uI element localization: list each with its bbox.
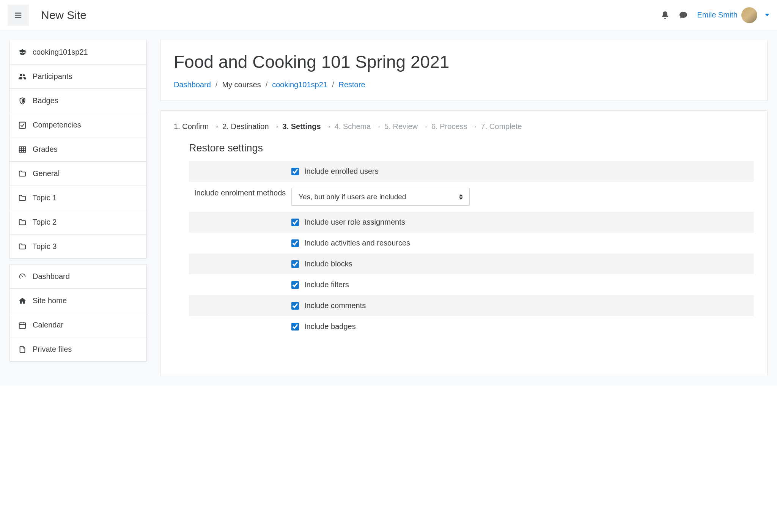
sidebar-item-label: Grades bbox=[33, 145, 58, 154]
hamburger-menu-button[interactable] bbox=[8, 5, 29, 26]
sidebar-item-competencies[interactable]: Competencies bbox=[10, 113, 146, 137]
user-menu[interactable]: Emile Smith bbox=[697, 7, 769, 23]
setting-row: Include user role assignments bbox=[189, 212, 754, 233]
setting-checkbox[interactable] bbox=[291, 168, 299, 175]
step-arrow: → bbox=[271, 122, 281, 131]
file-icon bbox=[18, 345, 27, 354]
sidebar-item-label: General bbox=[33, 169, 60, 178]
step-6: 6. Process bbox=[431, 122, 467, 131]
sidebar: cooking101sp21ParticipantsBadgesCompeten… bbox=[0, 30, 156, 386]
sidebar-item-cooking101sp21[interactable]: cooking101sp21 bbox=[10, 40, 146, 65]
header-left: New Site bbox=[8, 5, 87, 26]
bell-icon[interactable] bbox=[661, 11, 670, 20]
restore-settings-form: Include enrolled usersInclude enrolment … bbox=[189, 161, 754, 337]
sidebar-item-calendar[interactable]: Calendar bbox=[10, 313, 146, 337]
sidebar-item-participants[interactable]: Participants bbox=[10, 65, 146, 89]
setting-label: Include user role assignments bbox=[304, 218, 405, 227]
setting-checkbox[interactable] bbox=[291, 239, 299, 247]
header-right: Emile Smith bbox=[661, 7, 769, 23]
setting-row: Include comments bbox=[189, 295, 754, 316]
sidebar-item-grades[interactable]: Grades bbox=[10, 137, 146, 162]
sidebar-item-label: Private files bbox=[33, 345, 72, 354]
breadcrumb-dashboard[interactable]: Dashboard bbox=[174, 80, 211, 89]
breadcrumb-sep: / bbox=[214, 80, 219, 89]
step-arrow: → bbox=[210, 122, 221, 131]
setting-row-control: Include enrolled users bbox=[291, 167, 749, 176]
step-4: 4. Schema bbox=[335, 122, 371, 131]
enrolment-methods-label: Include enrolment methods bbox=[194, 188, 291, 206]
setting-row-label bbox=[194, 322, 291, 331]
content-card: 1. Confirm→2. Destination→3. Settings→4.… bbox=[160, 110, 768, 376]
page-title: Food and Cooking 101 Spring 2021 bbox=[174, 52, 754, 72]
users-icon bbox=[18, 72, 27, 81]
setting-row: Include blocks bbox=[189, 253, 754, 274]
setting-row: Include enrolled users bbox=[189, 161, 754, 182]
breadcrumb: Dashboard / My courses / cooking101sp21 … bbox=[174, 80, 754, 89]
sidebar-item-label: Topic 3 bbox=[33, 242, 57, 251]
breadcrumb-course[interactable]: cooking101sp21 bbox=[272, 80, 327, 89]
sidebar-item-label: Calendar bbox=[33, 321, 63, 329]
setting-checkbox[interactable] bbox=[291, 281, 299, 289]
sidebar-item-label: Topic 2 bbox=[33, 218, 57, 227]
hamburger-icon bbox=[14, 11, 22, 19]
step-2: 2. Destination bbox=[222, 122, 269, 131]
setting-row-control: Include user role assignments bbox=[291, 218, 749, 227]
step-arrow: → bbox=[419, 122, 430, 131]
sidebar-item-private-files[interactable]: Private files bbox=[10, 337, 146, 361]
sidebar-item-site-home[interactable]: Site home bbox=[10, 289, 146, 313]
sidebar-item-topic-2[interactable]: Topic 2 bbox=[10, 210, 146, 235]
step-1: 1. Confirm bbox=[174, 122, 209, 131]
setting-row-label bbox=[194, 260, 291, 268]
step-arrow: → bbox=[322, 122, 333, 131]
setting-label: Include filters bbox=[304, 280, 349, 289]
setting-row: Include badges bbox=[189, 316, 754, 337]
table-icon bbox=[18, 145, 27, 154]
tachometer-icon bbox=[18, 272, 27, 281]
setting-label: Include activities and resources bbox=[304, 239, 410, 247]
breadcrumb-mycourses: My courses bbox=[222, 80, 261, 89]
page-header-card: Food and Cooking 101 Spring 2021 Dashboa… bbox=[160, 40, 768, 101]
sidebar-item-dashboard[interactable]: Dashboard bbox=[10, 264, 146, 289]
setting-label: Include badges bbox=[304, 322, 356, 331]
setting-checkbox[interactable] bbox=[291, 302, 299, 310]
setting-row: Include activities and resources bbox=[189, 233, 754, 253]
enrolment-methods-select[interactable]: Yes, but only if users are included bbox=[291, 188, 470, 206]
section-heading: Restore settings bbox=[189, 142, 754, 154]
setting-label: Include blocks bbox=[304, 260, 352, 268]
setting-row-control: Include activities and resources bbox=[291, 239, 749, 247]
breadcrumb-sep: / bbox=[330, 80, 336, 89]
chat-icon[interactable] bbox=[679, 11, 688, 20]
setting-row-control: Include blocks bbox=[291, 260, 749, 268]
setting-row-label bbox=[194, 239, 291, 247]
breadcrumb-restore[interactable]: Restore bbox=[338, 80, 365, 89]
setting-checkbox[interactable] bbox=[291, 260, 299, 268]
step-arrow: → bbox=[469, 122, 480, 131]
setting-label: Include enrolled users bbox=[304, 167, 379, 176]
folder-icon bbox=[18, 194, 27, 202]
sidebar-item-label: Topic 1 bbox=[33, 194, 57, 202]
sidebar-item-label: Participants bbox=[33, 72, 72, 81]
sidebar-item-general[interactable]: General bbox=[10, 162, 146, 186]
sidebar-item-topic-1[interactable]: Topic 1 bbox=[10, 186, 146, 210]
sidebar-item-topic-3[interactable]: Topic 3 bbox=[10, 235, 146, 258]
nav-block-course: cooking101sp21ParticipantsBadgesCompeten… bbox=[9, 40, 147, 259]
calendar-icon bbox=[18, 321, 27, 329]
step-3: 3. Settings bbox=[283, 122, 321, 131]
setting-checkbox[interactable] bbox=[291, 219, 299, 226]
sidebar-item-label: Dashboard bbox=[33, 272, 70, 281]
top-header: New Site Emile Smith bbox=[0, 0, 777, 30]
setting-row-control: Include filters bbox=[291, 280, 749, 289]
site-name[interactable]: New Site bbox=[41, 9, 87, 22]
main-content: Food and Cooking 101 Spring 2021 Dashboa… bbox=[156, 30, 777, 386]
setting-row: Include filters bbox=[189, 274, 754, 295]
setting-row-label bbox=[194, 167, 291, 176]
setting-checkbox[interactable] bbox=[291, 323, 299, 331]
sidebar-item-label: cooking101sp21 bbox=[33, 48, 88, 57]
step-arrow: → bbox=[372, 122, 383, 131]
svg-rect-4 bbox=[19, 146, 26, 152]
avatar bbox=[741, 7, 757, 23]
check-square-icon bbox=[18, 121, 27, 129]
folder-icon bbox=[18, 170, 27, 178]
caret-down-icon bbox=[765, 14, 769, 16]
sidebar-item-badges[interactable]: Badges bbox=[10, 89, 146, 113]
